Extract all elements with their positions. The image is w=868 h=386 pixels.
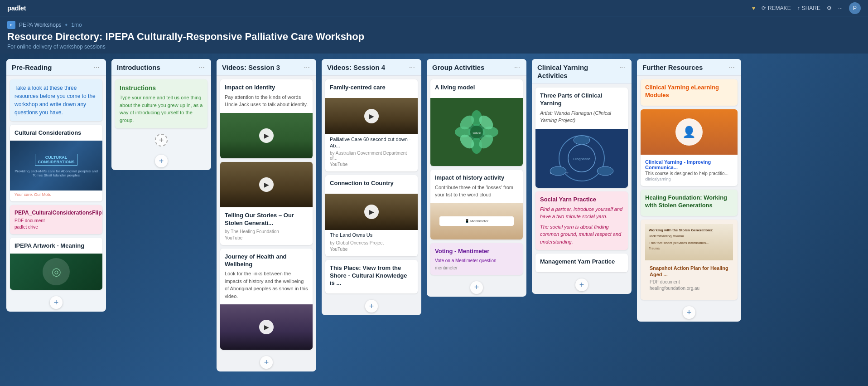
card-management-yarn[interactable]: Management Yarn Practice xyxy=(535,254,628,272)
add-card-clinical: + xyxy=(532,276,632,294)
family-care-title: Family-centred care xyxy=(330,84,413,92)
card-telling-stories[interactable]: ▶ Telling Our Stories – Our Stolen Gener… xyxy=(220,162,313,245)
card-snapshot[interactable]: Working with the Stolen Generations: und… xyxy=(641,220,738,300)
journey-health-title: Journey of Health and Wellbeing xyxy=(225,253,308,269)
header-meta: P PEPA Workshops • 1mo xyxy=(7,21,861,29)
column-menu-videos4[interactable]: ··· xyxy=(408,64,416,72)
play-button-journey[interactable]: ▶ xyxy=(259,320,274,334)
add-card-button-prereading[interactable]: + xyxy=(50,296,63,309)
card-impact-identity[interactable]: Impact on identity Pay attention to the … xyxy=(220,79,313,158)
column-body-clinical: Three Parts of Clinical Yarning Artist: … xyxy=(532,84,632,276)
svg-text:Diagnostic: Diagnostic xyxy=(573,157,590,161)
board: Pre-Reading ··· Take a look at these thr… xyxy=(0,54,868,386)
journey-health-thumb: ▶ xyxy=(220,304,313,350)
column-header-prereading: Pre-Reading ··· xyxy=(6,59,106,76)
family-care-source: YouTube xyxy=(330,162,413,167)
column-prereading: Pre-Reading ··· Take a look at these thr… xyxy=(6,59,106,312)
svg-point-18 xyxy=(597,166,613,176)
add-card-further: + xyxy=(637,303,741,322)
column-menu-clinical[interactable]: ··· xyxy=(618,64,626,72)
card-instructions: Instructions Type your name and tell us … xyxy=(115,79,207,128)
elearning-title: Clinical Yarning eLearning Modules xyxy=(645,84,733,99)
header-dot: • xyxy=(65,21,68,29)
column-menu-further[interactable]: ··· xyxy=(728,64,736,72)
clinical-link-desc: This course is designed to help practiti… xyxy=(645,171,733,176)
column-body-prereading: Take a look at these three resources bef… xyxy=(6,76,106,293)
page-subtitle: For online-delivery of workshop sessions xyxy=(7,44,861,50)
card-pdf-flipbook[interactable]: PEPA_CulturalConsiderationsFlipbook_... … xyxy=(10,205,102,235)
column-header-videos3: Videos: Session 3 ··· xyxy=(217,59,316,76)
card-impact-history[interactable]: Impact of history activity Contribute th… xyxy=(430,170,523,239)
add-card-button-introductions[interactable]: + xyxy=(155,155,168,167)
add-card-button-videos3[interactable]: + xyxy=(260,356,273,369)
pdf-flipbook-title: PEPA_CulturalConsiderationsFlipbook_... xyxy=(14,210,98,217)
card-artwork[interactable]: IPEPA Artwork - Meaning ◎ xyxy=(10,238,102,290)
share-button[interactable]: ↑ SHARE xyxy=(797,5,820,11)
telling-stories-title: Telling Our Stories – Our Stolen Generat… xyxy=(225,212,308,227)
add-card-videos4: + xyxy=(322,297,421,315)
remake-button[interactable]: ⟳ REMAKE xyxy=(762,5,791,11)
cultural-badge: CULTURALCONSIDERATIONS xyxy=(35,154,78,166)
card-family-care[interactable]: Family-centred care ▶ Palliative Care 60… xyxy=(325,79,418,171)
add-card-button-further[interactable]: + xyxy=(683,306,695,319)
play-button-family[interactable]: ▶ xyxy=(364,109,379,123)
impact-history-title: Impact of history activity xyxy=(435,174,518,182)
settings-button[interactable]: ⚙ xyxy=(827,5,832,11)
favorite-button[interactable]: ♥ xyxy=(752,5,755,11)
add-card-prereading: + xyxy=(6,293,106,312)
play-button-country[interactable]: ▶ xyxy=(364,205,379,219)
more-button[interactable]: ··· xyxy=(838,5,843,11)
add-card-button-clinical[interactable]: + xyxy=(575,279,588,291)
card-social-yarn[interactable]: Social Yarn Practice Find a partner, int… xyxy=(535,191,628,250)
card-three-parts[interactable]: Three Parts of Clinical Yarning Artist: … xyxy=(535,88,628,188)
card-cultural-considerations[interactable]: Cultural Considerations CULTURALCONSIDER… xyxy=(10,125,102,201)
clinical-diagram: Diagnostic Social Management xyxy=(535,129,628,188)
play-button-stories[interactable]: ▶ xyxy=(259,177,274,192)
snapshot-url: healingfoundation.org.au xyxy=(650,286,728,291)
header-time: 1mo xyxy=(71,22,82,28)
card-healing-foundation[interactable]: Healing Foundation: Working with Stolen … xyxy=(641,190,738,216)
artwork-title: IPEPA Artwork - Meaning xyxy=(14,242,98,250)
prereading-intro-text: Take a look at these three resources bef… xyxy=(14,84,98,117)
healing-foundation-title: Healing Foundation: Working with Stolen … xyxy=(645,194,733,210)
land-owns-us-title: The Land Owns Us xyxy=(330,232,413,238)
clinical-link-url: clinicalyarning xyxy=(645,177,733,181)
inline-add-button[interactable]: + xyxy=(155,134,168,147)
column-header-introductions: Introductions ··· xyxy=(111,59,211,76)
connection-country-title: Connection to Country xyxy=(330,180,413,187)
column-menu-videos3[interactable]: ··· xyxy=(303,64,311,72)
column-menu-introductions[interactable]: ··· xyxy=(198,64,206,72)
land-owns-source: YouTube xyxy=(330,247,413,252)
column-header-videos4: Videos: Session 4 ··· xyxy=(322,59,421,76)
padlet-logo: padlet xyxy=(7,4,26,12)
impact-thumb-text: 📱 Mentimeter xyxy=(442,219,511,223)
column-menu-group[interactable]: ··· xyxy=(513,64,521,72)
card-voting-menti[interactable]: Voting - Mentimeter Vote on a Mentimeter… xyxy=(430,243,523,275)
cultural-considerations-title: Cultural Considerations xyxy=(14,129,98,137)
share-icon: ↑ xyxy=(797,5,800,11)
family-care-thumb: ▶ xyxy=(325,98,418,134)
column-videos3: Videos: Session 3 ··· Impact on identity… xyxy=(217,59,316,371)
card-elearning[interactable]: Clinical Yarning eLearning Modules xyxy=(641,79,738,106)
card-connection-country[interactable]: Connection to Country ▶ The Land Owns Us… xyxy=(325,175,418,256)
snapshot-type: PDF document xyxy=(650,279,728,284)
social-yarn-text: Find a partner, introduce yourself and h… xyxy=(540,205,623,220)
add-card-videos3: + xyxy=(217,353,316,371)
card-journey-health[interactable]: Journey of Health and Wellbeing Look for… xyxy=(220,249,313,350)
card-clinical-link[interactable]: 👤 Clinical Yarning - Improving Communica… xyxy=(641,109,738,186)
social-yarn-title: Social Yarn Practice xyxy=(540,196,623,204)
instructions-title: Instructions xyxy=(120,84,203,92)
pdf-flipbook-type: PDF document xyxy=(14,218,98,223)
card-this-place[interactable]: This Place: View from the Shore - Cultur… xyxy=(325,260,418,294)
add-card-button-group[interactable]: + xyxy=(470,281,483,294)
column-menu-prereading[interactable]: ··· xyxy=(93,64,101,72)
card-living-model[interactable]: A living model xyxy=(430,79,523,166)
column-body-introductions: Instructions Type your name and tell us … xyxy=(111,76,211,152)
family-care-video-title: Palliative Care 60 second cut down - Ab.… xyxy=(330,136,413,149)
cultural-desc: Providing end-of-life care for Aborigina… xyxy=(14,169,99,177)
cultural-tag: Your care. Our Mob. xyxy=(14,192,98,197)
add-card-button-videos4[interactable]: + xyxy=(365,300,378,313)
remake-icon: ⟳ xyxy=(762,5,766,11)
play-button[interactable]: ▶ xyxy=(259,128,274,143)
clinical-link-title: Clinical Yarning - Improving Communica..… xyxy=(645,159,733,170)
